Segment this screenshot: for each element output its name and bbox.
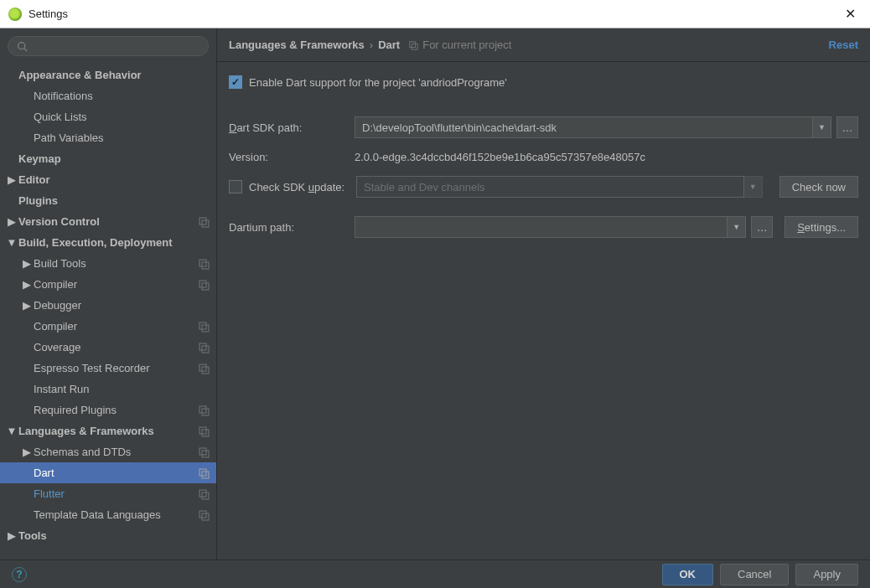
dartium-browse-button[interactable]: … bbox=[751, 216, 773, 238]
dartium-path-input[interactable] bbox=[355, 216, 728, 238]
chevron-down-icon: ▼ bbox=[5, 236, 18, 249]
svg-rect-20 bbox=[199, 469, 206, 476]
tree-dart[interactable]: Dart bbox=[0, 462, 216, 483]
tree-build-tools[interactable]: ▶ Build Tools bbox=[0, 253, 216, 274]
tree-coverage[interactable]: Coverage bbox=[0, 337, 216, 358]
sidebar-search-wrap bbox=[0, 28, 216, 61]
svg-rect-17 bbox=[202, 430, 209, 436]
check-sdk-checkbox[interactable] bbox=[229, 180, 242, 193]
check-now-button[interactable]: Check now bbox=[779, 176, 858, 198]
sdk-path-browse-button[interactable]: … bbox=[836, 116, 858, 138]
sidebar-search-input[interactable] bbox=[8, 36, 209, 56]
tree-label: Version Control bbox=[18, 215, 100, 228]
svg-rect-21 bbox=[202, 472, 209, 478]
window-close-button[interactable]: ✕ bbox=[835, 6, 865, 22]
help-button[interactable]: ? bbox=[12, 567, 27, 582]
tree-languages-frameworks[interactable]: ▼ Languages & Frameworks bbox=[0, 420, 216, 441]
tree-required-plugins[interactable]: Required Plugins bbox=[0, 400, 216, 420]
chevron-right-icon: ▶ bbox=[5, 529, 18, 542]
tree-label: Plugins bbox=[18, 194, 58, 207]
tree-label: Build Tools bbox=[34, 257, 86, 270]
tree-template-data-languages[interactable]: Template Data Languages bbox=[0, 504, 216, 525]
dartium-settings-button[interactable]: Settings... bbox=[785, 216, 858, 238]
check-sdk-text1: Check SDK bbox=[249, 181, 308, 193]
dartium-dropdown-button[interactable]: ▼ bbox=[728, 216, 746, 238]
check-sdk-channel-value: Stable and Dev channels bbox=[364, 181, 485, 193]
svg-point-0 bbox=[18, 42, 25, 49]
svg-line-1 bbox=[24, 48, 27, 50]
project-scope-icon bbox=[198, 279, 210, 291]
breadcrumb-scope-text: For current project bbox=[422, 39, 511, 51]
tree-path-variables[interactable]: Path Variables bbox=[0, 127, 216, 148]
project-scope-icon bbox=[198, 467, 210, 479]
tree-editor[interactable]: ▶ Editor bbox=[0, 169, 216, 190]
project-scope-icon bbox=[198, 488, 210, 500]
check-sdk-text2: pdate: bbox=[314, 181, 344, 193]
ok-button[interactable]: OK bbox=[662, 564, 714, 585]
version-row: Version: 2.0.0-edge.3c4dccbd46f152be9e1b… bbox=[229, 151, 858, 163]
tree-build-execution-deployment[interactable]: ▼ Build, Execution, Deployment bbox=[0, 232, 216, 253]
tree-espresso[interactable]: Espresso Test Recorder bbox=[0, 358, 216, 379]
svg-rect-8 bbox=[199, 322, 206, 329]
sdk-path-input[interactable]: D:\developTool\flutter\bin\cache\dart-sd… bbox=[355, 116, 813, 138]
content-pane: Languages & Frameworks › Dart For curren… bbox=[217, 28, 870, 560]
tree-keymap[interactable]: Keymap bbox=[0, 148, 216, 169]
breadcrumb-bar: Languages & Frameworks › Dart For curren… bbox=[217, 28, 870, 62]
tree-tools[interactable]: ▶ Tools bbox=[0, 525, 216, 546]
breadcrumb-parent[interactable]: Languages & Frameworks bbox=[229, 39, 365, 51]
svg-rect-6 bbox=[199, 281, 206, 287]
enable-dart-checkbox[interactable] bbox=[229, 75, 242, 89]
svg-rect-10 bbox=[199, 343, 206, 350]
tree-compiler-1[interactable]: ▶ Compiler bbox=[0, 274, 216, 295]
breadcrumb-separator-icon: › bbox=[370, 39, 373, 51]
check-sdk-channel-select: Stable and Dev channels bbox=[356, 176, 744, 198]
tree-label: Espresso Test Recorder bbox=[34, 362, 150, 374]
settings-tree: Appearance & Behavior Notifications Quic… bbox=[0, 61, 216, 560]
reset-link[interactable]: Reset bbox=[829, 39, 858, 51]
project-scope-icon bbox=[198, 321, 210, 333]
tree-appearance-behavior[interactable]: Appearance & Behavior bbox=[0, 64, 216, 85]
svg-rect-19 bbox=[202, 451, 209, 457]
svg-rect-16 bbox=[199, 427, 206, 434]
tree-label: Template Data Languages bbox=[34, 508, 161, 521]
enable-dart-accel: E bbox=[249, 76, 256, 89]
enable-dart-label: Enable Dart support for the project 'and… bbox=[249, 76, 507, 89]
project-scope-icon bbox=[198, 405, 210, 416]
apply-button[interactable]: Apply bbox=[795, 564, 858, 585]
tree-notifications[interactable]: Notifications bbox=[0, 85, 216, 106]
check-now-label: Check now bbox=[792, 181, 846, 193]
version-label: Version: bbox=[229, 151, 355, 163]
dialog-button-bar: ? OK Cancel Apply bbox=[0, 560, 870, 588]
check-sdk-channel-dropdown-button: ▼ bbox=[744, 176, 763, 198]
tree-label: Debugger bbox=[34, 299, 81, 312]
check-sdk-accel: u bbox=[308, 181, 314, 193]
chevron-right-icon: ▶ bbox=[20, 299, 34, 312]
svg-rect-27 bbox=[412, 44, 417, 49]
enable-dart-text: nable Dart support for the project 'andr… bbox=[256, 76, 507, 89]
tree-schemas-dtds[interactable]: ▶ Schemas and DTDs bbox=[0, 441, 216, 462]
chevron-down-icon: ▼ bbox=[5, 425, 18, 437]
svg-rect-24 bbox=[199, 511, 206, 518]
tree-plugins[interactable]: Plugins bbox=[0, 190, 216, 211]
main-container: Appearance & Behavior Notifications Quic… bbox=[0, 28, 870, 560]
svg-rect-14 bbox=[199, 406, 206, 413]
cancel-label: Cancel bbox=[738, 568, 771, 580]
tree-quick-lists[interactable]: Quick Lists bbox=[0, 106, 216, 127]
svg-rect-18 bbox=[199, 448, 206, 455]
cancel-button[interactable]: Cancel bbox=[720, 564, 789, 585]
sdk-path-dropdown-button[interactable]: ▼ bbox=[813, 116, 831, 138]
tree-label: Editor bbox=[18, 173, 50, 186]
tree-compiler-2[interactable]: Compiler bbox=[0, 316, 216, 337]
tree-flutter[interactable]: Flutter bbox=[0, 483, 216, 504]
tree-instant-run[interactable]: Instant Run bbox=[0, 379, 216, 400]
tree-label: Notifications bbox=[34, 90, 93, 102]
svg-rect-3 bbox=[202, 220, 209, 227]
sdk-path-text: art SDK path: bbox=[236, 121, 302, 134]
tree-vcs[interactable]: ▶ Version Control bbox=[0, 211, 216, 232]
svg-rect-22 bbox=[199, 490, 206, 497]
sdk-path-value: D:\developTool\flutter\bin\cache\dart-sd… bbox=[362, 121, 557, 134]
window-title: Settings bbox=[28, 8, 835, 20]
tree-debugger[interactable]: ▶ Debugger bbox=[0, 295, 216, 316]
svg-rect-2 bbox=[199, 218, 206, 224]
svg-rect-26 bbox=[410, 41, 416, 47]
